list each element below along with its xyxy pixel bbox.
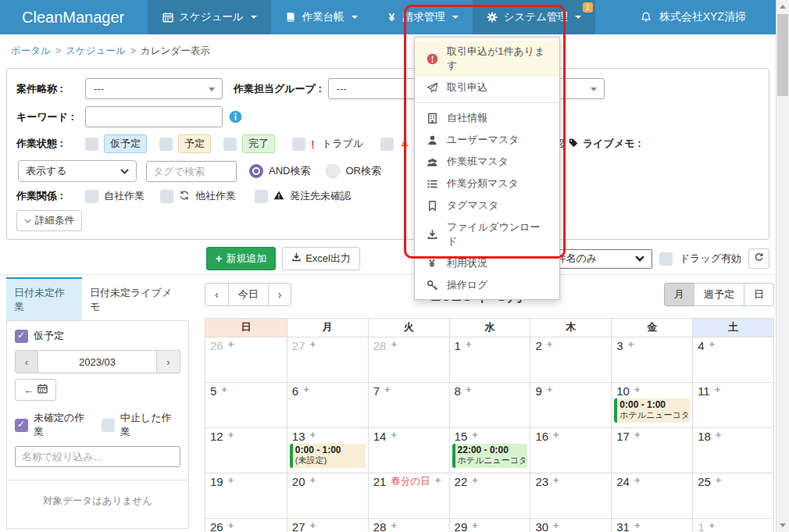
add-event-icon[interactable]: +: [303, 384, 309, 395]
calendar-day-cell[interactable]: 31+: [611, 518, 692, 532]
status-kari-checkbox[interactable]: [85, 137, 98, 151]
add-event-icon[interactable]: +: [716, 429, 722, 441]
add-event-icon[interactable]: +: [221, 384, 227, 395]
back-to-calendar-button[interactable]: ←: [15, 379, 56, 401]
calendar-day-cell[interactable]: 13+0:00 - 1:00(未設定): [287, 427, 368, 473]
name-filter-input[interactable]: [15, 446, 180, 467]
add-event-icon[interactable]: +: [472, 429, 478, 441]
add-event-icon[interactable]: +: [391, 520, 397, 531]
today-button[interactable]: 今日: [228, 283, 269, 306]
tab-undated-work[interactable]: 日付未定作業: [6, 277, 82, 320]
add-event-icon[interactable]: +: [310, 429, 316, 441]
calendar-day-cell[interactable]: 26+: [205, 337, 287, 382]
nav-system[interactable]: システム管理 1: [473, 0, 595, 34]
add-event-icon[interactable]: +: [466, 384, 472, 395]
calendar-day-cell[interactable]: 15+22:00 - 0:00ホテルニューコタニ新: [449, 427, 530, 473]
calendar-event[interactable]: 22:00 - 0:00ホテルニューコタニ新: [452, 444, 528, 468]
menu-item[interactable]: ¥利用状況: [415, 252, 559, 274]
add-event-icon[interactable]: +: [553, 520, 559, 531]
add-event-icon[interactable]: +: [466, 338, 472, 350]
calendar-day-cell[interactable]: 18+: [692, 427, 773, 473]
other-work-checkbox[interactable]: [160, 190, 173, 203]
add-event-icon[interactable]: +: [384, 384, 391, 395]
info-icon[interactable]: [229, 110, 242, 123]
calendar-day-cell[interactable]: 1+: [449, 337, 530, 382]
app-logo[interactable]: CleanManager: [0, 0, 148, 34]
add-event-icon[interactable]: +: [709, 520, 715, 531]
add-event-icon[interactable]: +: [391, 338, 397, 350]
add-event-icon[interactable]: +: [634, 474, 641, 486]
drag-enable-checkbox[interactable]: [659, 252, 673, 266]
add-event-icon[interactable]: +: [228, 520, 234, 531]
calendar-day-cell[interactable]: 1+: [692, 518, 773, 532]
view-week-button[interactable]: 週予定: [694, 283, 744, 306]
calendar-day-cell[interactable]: 25+: [692, 473, 773, 518]
menu-item[interactable]: 自社情報: [415, 107, 559, 129]
company-name[interactable]: 株式会社XYZ清掃: [659, 10, 746, 24]
status-trouble-checkbox[interactable]: [292, 137, 305, 151]
and-search-radio[interactable]: [249, 164, 263, 178]
calendar-day-cell[interactable]: 23+: [530, 473, 611, 518]
add-event-icon[interactable]: +: [634, 429, 641, 441]
status-approval-checkbox[interactable]: [380, 137, 394, 151]
cancelled-checkbox[interactable]: [102, 419, 115, 432]
add-event-icon[interactable]: +: [716, 474, 722, 486]
excel-export-button[interactable]: Excel出力: [282, 247, 360, 270]
menu-item[interactable]: 作業班マスタ: [415, 151, 559, 173]
calendar-day-cell[interactable]: 9+: [530, 382, 611, 427]
status-yotei-checkbox[interactable]: [159, 137, 173, 151]
calendar-day-cell[interactable]: 27+: [287, 337, 368, 382]
menu-item[interactable]: 取引申込: [415, 77, 559, 98]
add-event-icon[interactable]: +: [628, 338, 634, 350]
month-value[interactable]: 2023/03: [38, 350, 157, 373]
or-search-radio[interactable]: [326, 164, 340, 178]
add-event-icon[interactable]: +: [391, 429, 397, 441]
calendar-day-cell[interactable]: 21春分の日+: [368, 473, 449, 518]
project-select[interactable]: ---: [85, 78, 223, 99]
calendar-day-cell[interactable]: 8+: [449, 382, 530, 427]
add-event-icon[interactable]: +: [709, 338, 715, 350]
calendar-day-cell[interactable]: 30+: [530, 518, 611, 532]
keyword-input[interactable]: [85, 106, 223, 127]
calendar-day-cell[interactable]: 17+: [611, 427, 692, 473]
calendar-day-cell[interactable]: 3+: [611, 337, 692, 382]
status-kanryo-checkbox[interactable]: [223, 137, 237, 151]
next-button[interactable]: ›: [268, 283, 292, 306]
view-month-button[interactable]: 月: [664, 283, 694, 306]
scroll-down-arrow[interactable]: [777, 519, 789, 532]
calendar-day-cell[interactable]: 5+: [205, 382, 287, 427]
prev-button[interactable]: ‹: [205, 283, 229, 306]
add-new-button[interactable]: +新規追加: [206, 247, 276, 270]
add-event-icon[interactable]: +: [228, 474, 234, 486]
menu-item[interactable]: ユーザーマスタ: [415, 129, 559, 151]
calendar-day-cell[interactable]: 22+: [449, 473, 530, 518]
vertical-scrollbar[interactable]: [776, 0, 789, 532]
scroll-up-arrow[interactable]: [777, 0, 789, 13]
add-event-icon[interactable]: +: [310, 474, 316, 486]
bell-icon[interactable]: [641, 12, 652, 23]
calendar-day-cell[interactable]: 28+: [368, 337, 449, 382]
display-select[interactable]: 表示する: [18, 160, 137, 182]
add-event-icon[interactable]: +: [435, 474, 441, 486]
kari-checkbox[interactable]: [15, 330, 28, 343]
menu-item[interactable]: 操作ログ: [415, 274, 559, 296]
calendar-day-cell[interactable]: 24+: [611, 473, 692, 518]
calendar-day-cell[interactable]: 12+: [205, 427, 287, 473]
add-event-icon[interactable]: +: [472, 520, 478, 531]
add-event-icon[interactable]: +: [553, 474, 559, 486]
scroll-thumb[interactable]: [777, 14, 788, 96]
nav-workledger[interactable]: 作業台帳: [271, 0, 372, 34]
add-event-icon[interactable]: +: [310, 338, 316, 350]
calendar-day-cell[interactable]: 2+: [530, 337, 611, 382]
menu-item[interactable]: ファイルダウンロード: [415, 216, 559, 252]
add-event-icon[interactable]: +: [228, 429, 234, 441]
add-event-icon[interactable]: +: [634, 520, 641, 531]
menu-item[interactable]: タグマスタ: [415, 195, 559, 216]
add-event-icon[interactable]: +: [472, 474, 478, 486]
add-event-icon[interactable]: +: [310, 520, 316, 531]
calendar-day-cell[interactable]: 19+: [205, 473, 287, 518]
view-day-button[interactable]: 日: [744, 283, 774, 306]
breadcrumb-schedule[interactable]: スケジュール: [66, 45, 125, 56]
menu-item[interactable]: 取引申込が1件あります: [415, 41, 559, 77]
refresh-button[interactable]: [748, 248, 769, 269]
